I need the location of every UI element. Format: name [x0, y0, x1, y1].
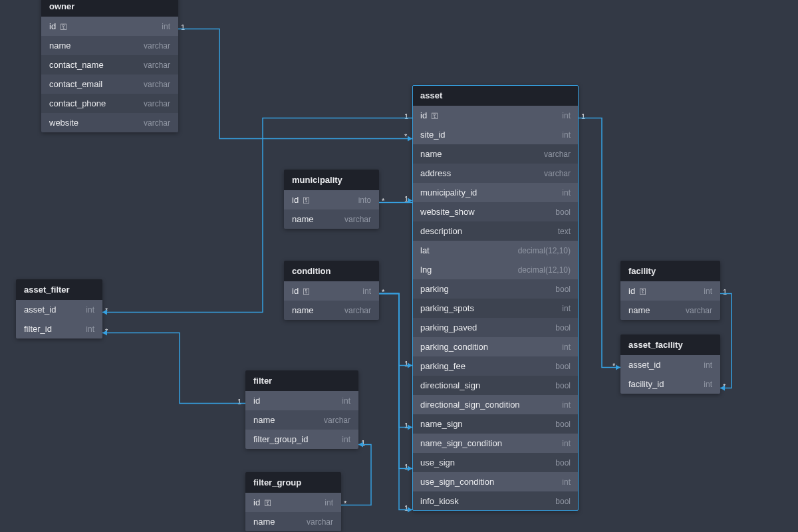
table-row[interactable]: municipality_idint: [412, 183, 579, 202]
column-name: parking: [420, 284, 449, 294]
table-row[interactable]: namevarchar: [284, 301, 379, 320]
table-asset[interactable]: assetid⚿intsite_idintnamevarcharaddressv…: [412, 85, 579, 511]
column-type: text: [558, 227, 571, 236]
table-row[interactable]: parking_feebool: [412, 356, 579, 376]
key-icon: ⚿: [303, 196, 310, 204]
svg-marker-9: [102, 331, 107, 336]
cardinality-label: *: [382, 288, 384, 296]
table-row[interactable]: namevarchar: [412, 144, 579, 164]
table-row[interactable]: idint: [245, 391, 358, 410]
table-title[interactable]: owner: [41, 0, 178, 17]
column-name: use_sign: [420, 458, 455, 467]
table-asset_filter[interactable]: asset_filterasset_idintfilter_idint: [16, 279, 102, 338]
table-row[interactable]: id⚿int: [620, 281, 720, 301]
column-name: lng: [420, 265, 432, 275]
svg-marker-0: [408, 136, 412, 142]
table-filter_group[interactable]: filter_groupid⚿intnamevarchar: [245, 472, 341, 531]
table-row[interactable]: info_kioskbool: [412, 491, 579, 511]
table-row[interactable]: asset_idint: [620, 355, 720, 374]
table-row[interactable]: contact_phonevarchar: [41, 94, 178, 113]
table-owner[interactable]: ownerid⚿intnamevarcharcontact_namevarcha…: [41, 0, 178, 132]
table-row[interactable]: addressvarchar: [412, 164, 579, 183]
table-row[interactable]: namevarchar: [284, 209, 379, 229]
table-condition[interactable]: conditionid⚿intnamevarchar: [284, 261, 379, 320]
column-type: int: [562, 304, 571, 313]
svg-marker-4: [408, 466, 412, 471]
table-title[interactable]: asset: [412, 85, 579, 106]
table-filter[interactable]: filteridintnamevarcharfilter_group_idint: [245, 370, 358, 449]
table-row[interactable]: website_showbool: [412, 202, 579, 221]
table-title[interactable]: asset_facility: [620, 334, 720, 355]
column-type: int: [562, 342, 571, 352]
column-name: lat: [420, 245, 430, 255]
erd-canvas[interactable]: ownerid⚿intnamevarcharcontact_namevarcha…: [0, 0, 798, 532]
table-row[interactable]: lngdecimal(12,10): [412, 260, 579, 279]
table-row[interactable]: id⚿int: [41, 17, 178, 36]
table-row[interactable]: directional_sign_conditionint: [412, 395, 579, 414]
table-row[interactable]: namevarchar: [41, 36, 178, 55]
table-title[interactable]: condition: [284, 261, 379, 281]
table-row[interactable]: id⚿int: [412, 106, 579, 125]
table-asset_facility[interactable]: asset_facilityasset_idintfacility_idint: [620, 334, 720, 394]
column-name: name_sign_condition: [420, 438, 502, 448]
svg-marker-3: [408, 425, 412, 430]
column-type: int: [704, 360, 712, 370]
column-type: int: [562, 111, 571, 120]
table-row[interactable]: facility_idint: [620, 374, 720, 394]
table-row[interactable]: websitevarchar: [41, 113, 178, 132]
table-row[interactable]: parking_conditionint: [412, 337, 579, 356]
column-type: int: [86, 325, 94, 334]
table-row[interactable]: latdecimal(12,10): [412, 241, 579, 260]
column-name: asset_id: [24, 305, 56, 315]
table-row[interactable]: id⚿int: [284, 281, 379, 301]
column-type: varchar: [324, 416, 350, 425]
column-type: varchar: [144, 41, 170, 51]
column-type: int: [562, 188, 571, 198]
column-name: name: [292, 305, 314, 315]
table-row[interactable]: id⚿int: [245, 493, 341, 512]
table-row[interactable]: id⚿into: [284, 190, 379, 209]
table-row[interactable]: contact_emailvarchar: [41, 74, 178, 94]
column-type: int: [562, 400, 571, 410]
table-row[interactable]: directional_signbool: [412, 376, 579, 395]
cardinality-label: 1: [404, 463, 408, 471]
table-row[interactable]: parking_pavedbool: [412, 318, 579, 337]
column-type: int: [342, 435, 350, 444]
table-row[interactable]: use_signbool: [412, 453, 579, 472]
table-municipality[interactable]: municipalityid⚿intonamevarchar: [284, 170, 379, 229]
table-row[interactable]: descriptiontext: [412, 221, 579, 241]
cardinality-label: 1: [404, 195, 408, 203]
table-row[interactable]: namevarchar: [245, 410, 358, 430]
table-row[interactable]: use_sign_conditionint: [412, 472, 579, 491]
key-icon: ⚿: [60, 23, 67, 31]
table-row[interactable]: asset_idint: [16, 300, 102, 319]
table-row[interactable]: filter_idint: [16, 319, 102, 338]
svg-marker-10: [358, 442, 363, 448]
table-facility[interactable]: facilityid⚿intnamevarchar: [620, 261, 720, 320]
table-row[interactable]: filter_group_idint: [245, 430, 358, 449]
column-name: website_show: [420, 207, 475, 217]
table-row[interactable]: name_signbool: [412, 414, 579, 434]
table-row[interactable]: name_sign_conditionint: [412, 434, 579, 453]
cardinality-label: *: [382, 197, 384, 205]
table-row[interactable]: parking_spotsint: [412, 299, 579, 318]
column-name: contact_phone: [49, 98, 106, 108]
table-row[interactable]: contact_namevarchar: [41, 55, 178, 74]
table-title[interactable]: filter: [245, 370, 358, 391]
table-title[interactable]: asset_filter: [16, 279, 102, 300]
cardinality-label: 1: [181, 23, 185, 31]
column-name: use_sign_condition: [420, 477, 494, 487]
table-row[interactable]: namevarchar: [620, 301, 720, 320]
column-type: varchar: [307, 517, 333, 527]
table-title[interactable]: filter_group: [245, 472, 341, 493]
table-title[interactable]: municipality: [284, 170, 379, 190]
table-row[interactable]: namevarchar: [245, 512, 341, 531]
table-row[interactable]: parkingbool: [412, 279, 579, 299]
column-type: decimal(12,10): [518, 246, 571, 255]
table-row[interactable]: site_idint: [412, 125, 579, 144]
table-title[interactable]: facility: [620, 261, 720, 281]
column-name: asset_id: [628, 360, 660, 370]
cardinality-label: 1: [404, 422, 408, 430]
column-type: bool: [555, 362, 571, 371]
column-name: id⚿: [253, 497, 271, 507]
